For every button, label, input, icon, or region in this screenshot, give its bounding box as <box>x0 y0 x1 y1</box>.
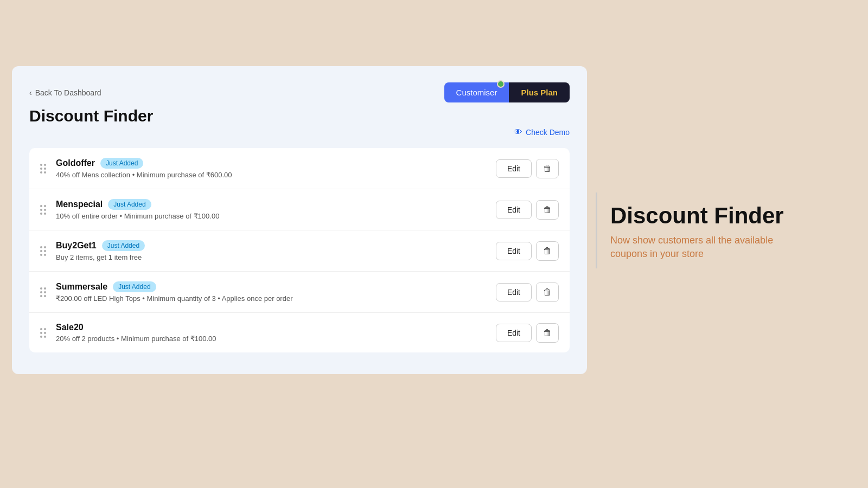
table-row: GoldofferJust Added40% off Mens collecti… <box>29 148 570 189</box>
discount-info: Sale2020% off 2 products • Minimum purch… <box>56 323 496 343</box>
just-added-badge: Just Added <box>113 281 156 292</box>
edit-button[interactable]: Edit <box>496 201 532 219</box>
discount-name: Sale20 <box>56 323 84 332</box>
drag-dot <box>40 332 42 334</box>
drag-dot <box>40 336 42 338</box>
drag-handle[interactable] <box>40 246 46 256</box>
discount-name: Goldoffer <box>56 158 95 168</box>
discount-info: MenspecialJust Added10% off entire order… <box>56 199 496 220</box>
drag-dot <box>40 171 42 174</box>
row-actions: Edit🗑 <box>496 323 559 343</box>
just-added-badge: Just Added <box>102 240 145 251</box>
table-row: Buy2Get1Just AddedBuy 2 items, get 1 ite… <box>29 230 570 272</box>
drag-dot <box>44 328 46 330</box>
drag-handle[interactable] <box>40 164 46 174</box>
discount-info: SummersaleJust Added₹200.00 off LED High… <box>56 281 496 303</box>
page-title: Discount Finder <box>29 107 570 125</box>
just-added-badge: Just Added <box>108 199 151 210</box>
drag-handle[interactable] <box>40 205 46 215</box>
edit-button[interactable]: Edit <box>496 242 532 260</box>
plus-plan-button[interactable]: Plus Plan <box>509 82 570 102</box>
drag-dot <box>44 291 46 293</box>
drag-dot <box>44 246 46 248</box>
table-row: MenspecialJust Added10% off entire order… <box>29 189 570 230</box>
back-label: Back To Dashboard <box>35 88 101 97</box>
discount-name: Menspecial <box>56 200 103 209</box>
discount-description: 40% off Mens collection • Minimum purcha… <box>56 171 496 179</box>
drag-dot <box>40 246 42 248</box>
discount-info: GoldofferJust Added40% off Mens collecti… <box>56 158 496 179</box>
discount-description: 10% off entire order • Minimum purchase … <box>56 212 496 220</box>
trash-icon: 🗑 <box>543 328 552 338</box>
drag-dot <box>44 287 46 290</box>
discount-name: Buy2Get1 <box>56 241 97 251</box>
discount-name-row: GoldofferJust Added <box>56 158 496 169</box>
row-actions: Edit🗑 <box>496 282 559 302</box>
discount-name: Summersale <box>56 282 107 292</box>
discount-info: Buy2Get1Just AddedBuy 2 items, get 1 ite… <box>56 240 496 261</box>
drag-dot <box>40 164 42 166</box>
top-right-buttons: Customiser Plus Plan <box>444 82 570 102</box>
check-demo-label: Check Demo <box>526 128 570 137</box>
drag-dot <box>44 336 46 338</box>
discount-description: Buy 2 items, get 1 item free <box>56 253 496 261</box>
edit-button[interactable]: Edit <box>496 283 532 301</box>
drag-dot <box>44 205 46 207</box>
drag-dot <box>44 213 46 215</box>
back-arrow-icon: ‹ <box>29 88 32 97</box>
drag-dot <box>44 250 46 252</box>
delete-button[interactable]: 🗑 <box>536 159 559 178</box>
drag-dot <box>40 328 42 330</box>
delete-button[interactable]: 🗑 <box>536 282 559 302</box>
drag-dot <box>44 209 46 211</box>
discount-name-row: Buy2Get1Just Added <box>56 240 496 251</box>
discount-description: ₹200.00 off LED High Tops • Minimum quan… <box>56 294 496 303</box>
trash-icon: 🗑 <box>543 164 552 174</box>
drag-dot <box>40 295 42 297</box>
edit-button[interactable]: Edit <box>496 324 532 342</box>
drag-dot <box>44 295 46 297</box>
discount-description: 20% off 2 products • Minimum purchase of… <box>56 335 496 343</box>
drag-dot <box>40 287 42 290</box>
header-bar: ‹ Back To Dashboard Customiser Plus Plan <box>29 82 570 102</box>
table-row: Sale2020% off 2 products • Minimum purch… <box>29 313 570 352</box>
edit-button[interactable]: Edit <box>496 159 532 178</box>
back-to-dashboard-link[interactable]: ‹ Back To Dashboard <box>29 88 101 97</box>
just-added-badge: Just Added <box>100 158 143 169</box>
drag-dot <box>44 254 46 256</box>
table-row: SummersaleJust Added₹200.00 off LED High… <box>29 272 570 313</box>
discount-name-row: Sale20 <box>56 323 496 332</box>
check-demo-link[interactable]: 👁 Check Demo <box>29 127 570 137</box>
delete-button[interactable]: 🗑 <box>536 241 559 261</box>
drag-dot <box>40 254 42 256</box>
row-actions: Edit🗑 <box>496 200 559 220</box>
drag-dot <box>40 250 42 252</box>
drag-dot <box>40 213 42 215</box>
drag-dot <box>44 332 46 334</box>
trash-icon: 🗑 <box>543 246 552 256</box>
trash-icon: 🗑 <box>543 287 552 297</box>
notification-dot <box>497 80 505 88</box>
main-panel: ‹ Back To Dashboard Customiser Plus Plan… <box>12 66 587 374</box>
row-actions: Edit🗑 <box>496 159 559 178</box>
drag-dot <box>40 209 42 211</box>
row-actions: Edit🗑 <box>496 241 559 261</box>
drag-handle[interactable] <box>40 328 46 338</box>
drag-dot <box>40 205 42 207</box>
drag-dot <box>44 164 46 166</box>
right-panel-title: Discount Finder <box>610 203 806 228</box>
trash-icon: 🗑 <box>543 205 552 215</box>
right-panel-subtitle: Now show customers all the available cou… <box>610 234 806 261</box>
right-panel: Discount Finder Now show customers all t… <box>599 192 816 272</box>
discount-name-row: SummersaleJust Added <box>56 281 496 292</box>
delete-button[interactable]: 🗑 <box>536 200 559 220</box>
delete-button[interactable]: 🗑 <box>536 323 559 343</box>
right-panel-border <box>596 192 597 268</box>
drag-dot <box>44 171 46 174</box>
drag-dot <box>40 168 42 170</box>
discounts-list: GoldofferJust Added40% off Mens collecti… <box>29 148 570 352</box>
drag-dot <box>40 291 42 293</box>
drag-dot <box>44 168 46 170</box>
drag-handle[interactable] <box>40 287 46 297</box>
eye-icon: 👁 <box>514 127 522 137</box>
